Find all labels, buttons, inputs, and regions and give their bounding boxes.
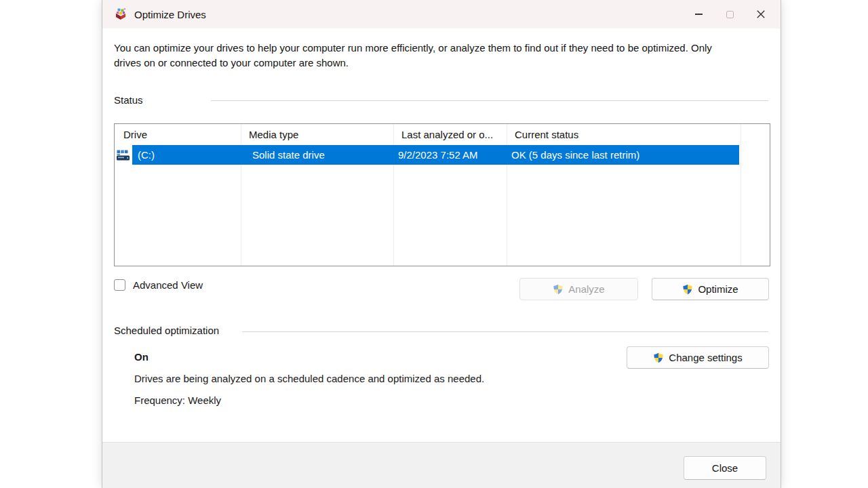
scheduled-section-divider <box>242 331 768 332</box>
analyze-button-label: Analyze <box>568 283 604 295</box>
uac-shield-icon <box>553 284 564 295</box>
minimize-icon[interactable] <box>683 0 714 28</box>
status-section-divider <box>211 100 768 101</box>
change-settings-label: Change settings <box>669 352 742 363</box>
schedule-state: On <box>134 351 149 363</box>
close-button[interactable]: Close <box>684 456 766 480</box>
drives-table: Drive Media type Last analyzed or o... C… <box>114 123 770 266</box>
dialog-description: You can optimize your drives to help you… <box>114 41 731 70</box>
column-header-current-status[interactable]: Current status <box>507 124 741 145</box>
advanced-view-toggle[interactable]: Advanced View <box>114 279 203 291</box>
schedule-description: Drives are being analyzed on a scheduled… <box>134 373 484 384</box>
change-settings-button[interactable]: Change settings <box>627 346 769 369</box>
optimize-button-label: Optimize <box>698 283 738 295</box>
window-title: Optimize Drives <box>134 9 206 20</box>
titlebar: Optimize Drives <box>102 0 781 28</box>
table-row-drive-c[interactable]: (C:) Solid state drive 9/2/2023 7:52 AM … <box>115 145 770 165</box>
column-header-media-type[interactable]: Media type <box>241 124 393 145</box>
status-section-label: Status <box>114 94 143 106</box>
window-controls <box>683 0 781 28</box>
cell-last-analyzed: 9/2/2023 7:52 AM <box>393 149 507 161</box>
dialog-footer: Close <box>102 442 781 488</box>
close-icon[interactable] <box>745 0 776 28</box>
column-header-drive[interactable]: Drive <box>115 124 241 145</box>
analyze-button: Analyze <box>519 278 638 300</box>
table-header-row: Drive Media type Last analyzed or o... C… <box>115 124 770 145</box>
optimize-button[interactable]: Optimize <box>652 278 769 300</box>
close-button-label: Close <box>712 462 738 474</box>
schedule-frequency: Frequency: Weekly <box>134 394 221 406</box>
drive-icon <box>115 150 132 161</box>
column-header-filler <box>741 124 770 145</box>
maximize-icon <box>714 0 745 28</box>
scheduled-section-label: Scheduled optimization <box>114 325 219 336</box>
cell-media-type: Solid state drive <box>241 149 393 161</box>
optimize-drives-window: Optimize Drives You can optimize your dr… <box>102 0 781 488</box>
cell-current-status: OK (5 days since last retrim) <box>507 149 741 161</box>
column-header-last-analyzed[interactable]: Last analyzed or o... <box>393 124 507 145</box>
defrag-app-icon <box>114 7 127 21</box>
cell-drive-name: (C:) <box>132 149 241 161</box>
uac-shield-icon <box>682 284 693 295</box>
advanced-view-label: Advanced View <box>133 279 203 291</box>
uac-shield-icon <box>653 352 664 363</box>
advanced-view-checkbox[interactable] <box>114 279 125 291</box>
